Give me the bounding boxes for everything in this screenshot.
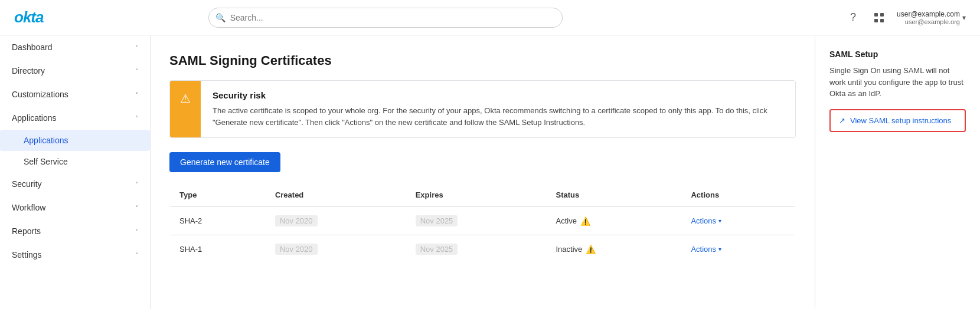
saml-link-label: View SAML setup instructions <box>850 116 951 125</box>
cert-created-sha2: Nov 2020 <box>266 207 406 235</box>
cert-expires-sha1: Nov 2025 <box>406 235 547 264</box>
layout: Dashboard ˅ Directory ˅ Customizations ˅… <box>0 35 980 309</box>
user-text: user@example.com user@example.org <box>897 10 960 25</box>
sidebar: Dashboard ˅ Directory ˅ Customizations ˅… <box>0 35 151 309</box>
certificates-table: Type Created Expires Status Actions SHA-… <box>169 183 796 264</box>
generate-certificate-button[interactable]: Generate new certificate <box>169 152 280 172</box>
svg-rect-3 <box>880 19 884 22</box>
sidebar-item-security[interactable]: Security ˅ <box>0 172 150 196</box>
svg-rect-0 <box>874 13 878 17</box>
search-icon: 🔍 <box>215 13 226 22</box>
status-warn-icon-sha1: ⚠️ <box>586 245 596 254</box>
sidebar-item-label-customizations: Customizations <box>12 90 68 99</box>
table-row: SHA-2 Nov 2020 Nov 2025 Active ⚠️ Action… <box>170 207 796 235</box>
cert-created-sha2-blurred: Nov 2020 <box>275 215 318 226</box>
chevron-down-icon-workflow: ˅ <box>135 205 138 211</box>
status-inactive-sha1: Inactive ⚠️ <box>556 245 672 254</box>
saml-setup-text: Single Sign On using SAML will not work … <box>829 65 966 100</box>
actions-button-sha2[interactable]: Actions ▾ <box>691 216 786 225</box>
warning-content: Security risk The active certificate is … <box>201 81 795 137</box>
cert-actions-sha1: Actions ▾ <box>681 235 795 264</box>
help-icon[interactable]: ? <box>845 9 861 26</box>
actions-label-sha2: Actions <box>691 216 716 225</box>
cert-created-sha1: Nov 2020 <box>266 235 406 264</box>
sidebar-item-label-applications: Applications <box>12 113 57 123</box>
status-label-sha2: Active <box>556 216 576 225</box>
search-input[interactable] <box>208 8 563 28</box>
sidebar-item-label-workflow: Workflow <box>12 203 45 212</box>
sidebar-item-customizations[interactable]: Customizations ˅ <box>0 83 150 106</box>
sidebar-item-settings[interactable]: Settings ˅ <box>0 243 150 267</box>
sidebar-item-dashboard[interactable]: Dashboard ˅ <box>0 35 150 59</box>
cert-expires-sha1-blurred: Nov 2025 <box>416 244 458 255</box>
user-chevron-icon: ▾ <box>962 14 966 22</box>
warning-triangle-icon: ⚠ <box>180 91 191 106</box>
sidebar-item-directory[interactable]: Directory ˅ <box>0 59 150 83</box>
saml-setup-title: SAML Setup <box>829 50 966 59</box>
actions-caret-sha2: ▾ <box>718 218 721 224</box>
header-right: ? user@example.com user@example.org ▾ <box>845 9 966 26</box>
col-header-created: Created <box>266 183 406 207</box>
external-link-icon: ↗ <box>839 116 845 125</box>
page-title: SAML Signing Certificates <box>169 53 796 68</box>
svg-rect-2 <box>874 19 878 22</box>
col-header-actions: Actions <box>681 183 795 207</box>
sidebar-item-workflow[interactable]: Workflow ˅ <box>0 196 150 219</box>
cert-status-sha2: Active ⚠️ <box>546 207 681 235</box>
sidebar-item-label-dashboard: Dashboard <box>12 42 53 52</box>
okta-logo: okta <box>14 8 43 27</box>
actions-label-sha1: Actions <box>691 245 716 254</box>
sidebar-item-label-security: Security <box>12 179 42 189</box>
cert-created-sha1-blurred: Nov 2020 <box>275 244 318 255</box>
warning-icon-col: ⚠ <box>170 81 201 137</box>
actions-button-sha1[interactable]: Actions ▾ <box>691 245 786 254</box>
user-menu[interactable]: user@example.com user@example.org ▾ <box>897 10 966 25</box>
cert-type-sha1: SHA-1 <box>170 235 266 264</box>
cert-actions-sha2: Actions ▾ <box>681 207 795 235</box>
warning-title: Security risk <box>213 90 783 100</box>
chevron-down-icon-reports: ˅ <box>135 228 138 235</box>
content-area: SAML Signing Certificates ⚠ Security ris… <box>151 35 980 309</box>
cert-type-sha2: SHA-2 <box>170 207 266 235</box>
col-header-type: Type <box>170 183 266 207</box>
chevron-down-icon-dashboard: ˅ <box>135 44 138 51</box>
col-header-expires: Expires <box>406 183 547 207</box>
sidebar-item-applications[interactable]: Applications ˄ <box>0 106 150 130</box>
warning-box: ⚠ Security risk The active certificate i… <box>169 80 796 138</box>
search-container: 🔍 <box>208 8 563 28</box>
sidebar-item-label-settings: Settings <box>12 250 42 259</box>
chevron-down-icon-settings: ˅ <box>135 252 138 258</box>
header: okta 🔍 ? user@example.com user@example.o… <box>0 0 980 35</box>
status-label-sha1: Inactive <box>556 245 582 254</box>
view-saml-instructions-button[interactable]: ↗ View SAML setup instructions <box>829 109 966 132</box>
cert-status-sha1: Inactive ⚠️ <box>546 235 681 264</box>
sidebar-sub-label-self-service: Self Service <box>24 157 68 166</box>
sidebar-item-reports[interactable]: Reports ˅ <box>0 219 150 243</box>
main-content: SAML Signing Certificates ⚠ Security ris… <box>151 35 815 309</box>
chevron-down-icon-directory: ˅ <box>135 68 138 74</box>
sidebar-sub-label-applications: Applications <box>24 136 68 145</box>
chevron-down-icon-customizations: ˅ <box>135 91 138 98</box>
warning-text: The active certificate is scoped to your… <box>213 105 783 128</box>
user-email: user@example.org <box>905 18 960 25</box>
cert-expires-sha2-blurred: Nov 2025 <box>416 215 458 226</box>
sidebar-item-label-reports: Reports <box>12 226 41 236</box>
cert-expires-sha2: Nov 2025 <box>406 207 547 235</box>
chevron-down-icon-security: ˅ <box>135 181 138 188</box>
chevron-up-icon-applications: ˄ <box>135 115 138 121</box>
table-row: SHA-1 Nov 2020 Nov 2025 Inactive ⚠️ Acti… <box>170 235 796 264</box>
col-header-status: Status <box>546 183 681 207</box>
status-active-sha2: Active ⚠️ <box>556 216 672 226</box>
status-warn-icon-sha2: ⚠️ <box>580 216 590 226</box>
right-panel: SAML Setup Single Sign On using SAML wil… <box>815 35 980 309</box>
user-name: user@example.com <box>897 10 960 18</box>
sidebar-sub-item-applications[interactable]: Applications <box>0 130 150 151</box>
grid-icon[interactable] <box>871 9 887 26</box>
actions-caret-sha1: ▾ <box>718 246 721 252</box>
sidebar-sub-item-self-service[interactable]: Self Service <box>0 151 150 172</box>
svg-rect-1 <box>880 13 884 17</box>
sidebar-item-label-directory: Directory <box>12 66 45 75</box>
